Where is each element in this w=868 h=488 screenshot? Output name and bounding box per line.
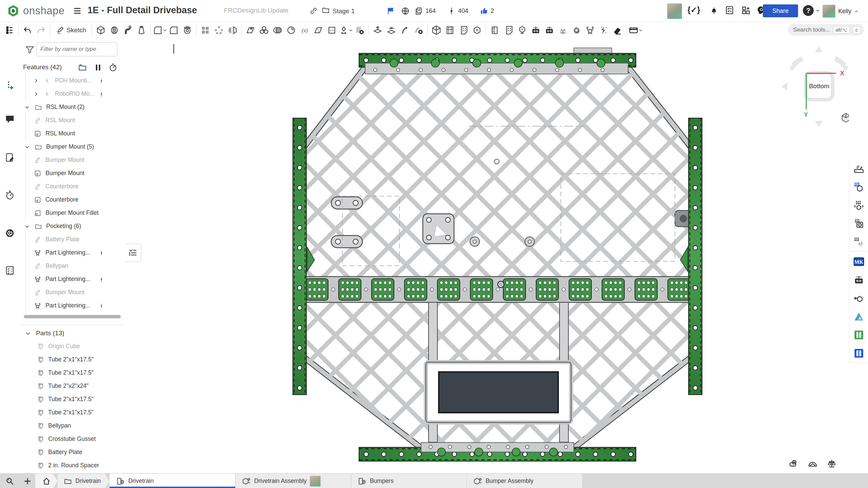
insert-version-icon[interactable] (5, 80, 15, 91)
part-row[interactable]: Tube 2"x1"x17.5" (20, 406, 125, 419)
main-menu-icon[interactable] (73, 6, 82, 17)
tool-rollback-icon[interactable] (284, 24, 298, 37)
tape-measure-icon[interactable] (789, 458, 799, 469)
tool-hole-icon[interactable] (181, 24, 194, 37)
tool-revolve-icon[interactable] (108, 24, 121, 37)
new-tab-button[interactable] (20, 474, 35, 488)
part-row[interactable]: Tube 2"x2"x24" (20, 379, 125, 393)
feature-row[interactable]: Bumper Mount (20, 286, 125, 299)
public-globe-icon[interactable] (401, 0, 410, 22)
feature-row[interactable]: Bellypan (20, 259, 125, 273)
feature-row[interactable]: Pocketing (6) (20, 220, 125, 233)
tool-gear-icon[interactable] (570, 24, 583, 37)
chevron-down-icon[interactable] (24, 224, 30, 229)
filter-icon[interactable] (25, 45, 35, 56)
feature-row[interactable]: RSL Mount (20, 114, 125, 127)
custom-tables-panel-icon[interactable] (849, 196, 868, 215)
feature-row[interactable]: RSL Mount (2) (20, 100, 125, 114)
featurescript-icon[interactable]: {✓} (687, 5, 700, 15)
part-row[interactable]: Tube 2"x1"x17.5" (20, 393, 125, 406)
tool-delete-face-icon[interactable] (412, 24, 425, 37)
feature-dialog-flyout-button[interactable] (125, 244, 141, 262)
sketch-button[interactable]: Sketch (52, 26, 90, 35)
appearance-panel-icon[interactable] (849, 159, 868, 178)
feature-row[interactable]: Part Lightening... (20, 299, 125, 312)
redo-button[interactable] (34, 24, 48, 37)
tool-boolean-icon[interactable] (257, 24, 271, 37)
tool-part-lightening-icon[interactable] (583, 24, 597, 37)
docs-blue-app-icon[interactable] (849, 344, 868, 363)
feature-row[interactable]: Bumper Mount (20, 153, 125, 167)
tool-composite-part-icon[interactable] (430, 24, 443, 37)
rollback-history-icon[interactable] (109, 63, 117, 72)
protractor-icon[interactable] (808, 458, 818, 469)
tool-sweep-icon[interactable] (121, 24, 135, 37)
follow-icon[interactable] (387, 0, 395, 22)
chevron-down-icon[interactable] (24, 144, 30, 150)
feature-state-dots-icon[interactable] (99, 76, 104, 85)
chevron-down-icon[interactable] (24, 105, 30, 110)
part-row[interactable]: Tube 2"x1"x17.5" (20, 366, 125, 379)
document-title[interactable]: 1E - Full Detail Drivebase (88, 5, 197, 16)
feature-row[interactable]: Bumper Mount Fillet (20, 206, 125, 220)
part-row[interactable]: Battery Plate (20, 446, 125, 459)
feature-row[interactable]: Part Lightening... (20, 273, 125, 286)
filter-input[interactable] (37, 42, 117, 56)
notifications-bell-icon[interactable] (709, 5, 719, 16)
copies-counter[interactable]: 164 (415, 0, 436, 22)
right-rail-tube[interactable] (688, 118, 702, 395)
collaborator-avatar[interactable] (667, 3, 682, 19)
docs-green-app-icon[interactable] (849, 326, 868, 344)
tab-drivetrain[interactable]: Drivetrain (110, 474, 235, 488)
tool-replace-face-icon[interactable] (384, 24, 398, 37)
history-icon[interactable] (5, 190, 15, 200)
tasks-icon[interactable] (725, 5, 734, 16)
home-tab[interactable] (35, 474, 58, 488)
configurations-panel-icon[interactable] (849, 178, 868, 196)
user-menu[interactable]: Kelly (823, 5, 858, 18)
feature-state-dots-icon[interactable] (99, 301, 104, 310)
modeler-app-icon[interactable] (849, 307, 868, 326)
mass-properties-icon[interactable] (827, 458, 837, 469)
tool-split-icon[interactable] (339, 24, 353, 37)
feature-state-dots-icon[interactable] (99, 248, 104, 257)
tab-drivetrain-assembly[interactable]: Drivetrain Assembly (235, 474, 351, 488)
undo-button[interactable] (21, 24, 34, 37)
comment-icon[interactable] (5, 114, 15, 124)
part-row[interactable]: Crosstube Gusset (20, 432, 125, 446)
search-document-icon[interactable] (5, 228, 15, 238)
share-button[interactable]: Share (763, 4, 798, 17)
feature-row[interactable]: RSL Mount (20, 127, 125, 140)
tool-sheet-metal-icon[interactable] (457, 24, 470, 37)
link-icon[interactable] (309, 7, 318, 16)
tool-circular-pattern-icon[interactable] (212, 24, 226, 37)
tool-delete-part-icon[interactable] (353, 24, 366, 37)
feature-state-dots-icon[interactable] (99, 90, 104, 98)
tool-tube-icon[interactable] (488, 24, 502, 37)
render-panel-icon[interactable] (849, 214, 868, 233)
tool-fillet-icon[interactable] (153, 24, 167, 37)
tool-chamfer-icon[interactable] (167, 24, 181, 37)
feature-row[interactable]: Bumper Mount (20, 167, 125, 180)
drivebase-model[interactable] (125, 38, 849, 473)
part-row[interactable]: Origin Cube (20, 340, 125, 353)
tool-variable-icon[interactable]: (x) (298, 24, 312, 37)
left-rail-tube[interactable] (293, 118, 306, 395)
tool-linear-pattern-icon[interactable] (199, 24, 212, 37)
onshape-logo-icon[interactable] (7, 4, 20, 17)
tool-belt-icon[interactable] (610, 24, 624, 37)
feature-list-toggle-icon[interactable] (3, 24, 16, 37)
feature-row[interactable]: Counterbore (20, 180, 125, 193)
feature-row[interactable]: RoboRIO Mo... (20, 87, 125, 100)
feature-row[interactable]: Part Lightening... (20, 246, 125, 259)
variables-panel-icon[interactable]: x) (849, 233, 868, 251)
app-store-icon[interactable] (741, 5, 751, 16)
new-folder-icon[interactable] (78, 63, 87, 72)
part-row[interactable]: Bellypan (20, 419, 125, 432)
versions-counter[interactable]: 404 (447, 0, 468, 22)
feature-row[interactable]: Bumper Mount (5) (20, 140, 125, 153)
tool-mirror-icon[interactable] (226, 24, 239, 37)
help-button[interactable]: ? (803, 5, 820, 16)
likes-counter[interactable]: 2 (480, 0, 494, 22)
feature-state-dots-icon[interactable] (99, 275, 104, 284)
